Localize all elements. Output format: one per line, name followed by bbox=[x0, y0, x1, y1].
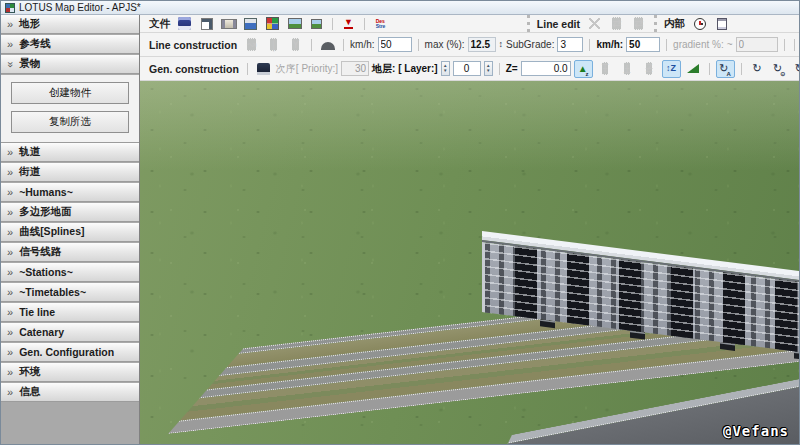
sidebar-item-scenery[interactable]: » 景物 bbox=[1, 55, 139, 74]
rotate-auto-button[interactable]: ↻A bbox=[716, 60, 735, 78]
terrain-z-button[interactable]: ▲z bbox=[574, 60, 593, 78]
line-edit-group: Line edit ⇄ ⇄ bbox=[527, 15, 654, 32]
sidebar-item-terrain[interactable]: » 地形 bbox=[1, 15, 139, 34]
gradient-input[interactable] bbox=[736, 37, 778, 52]
description-button[interactable]: Des Stre bbox=[371, 15, 390, 33]
subgrade-input[interactable] bbox=[557, 37, 583, 52]
sidebar: » 地形 » 参考线 » 景物 创建物件 复制所选 » 轨道 » 街道 bbox=[1, 15, 140, 445]
split-line-button[interactable]: ⇄ bbox=[607, 15, 626, 33]
embankment-button[interactable] bbox=[318, 36, 337, 54]
sidebar-item-humans[interactable]: » ~Humans~ bbox=[1, 183, 139, 202]
sidebar-item-tie-line[interactable]: » Tie line bbox=[1, 303, 139, 322]
timer-button[interactable] bbox=[690, 15, 709, 33]
sidebar-item-polygon-ground[interactable]: » 多边形地面 bbox=[1, 203, 139, 222]
z-lock-button[interactable]: Z bbox=[640, 60, 659, 78]
layer-label: 地层: [ Layer:] bbox=[372, 62, 438, 76]
archive-button[interactable] bbox=[241, 15, 260, 33]
clock-icon bbox=[694, 18, 706, 30]
flatten-down-button[interactable]: Ŧ bbox=[618, 60, 637, 78]
sidebar-item-stations[interactable]: » ~Stations~ bbox=[1, 263, 139, 282]
gen-construction-group: Gen. construction 次序[ Priority:] 地层: [ L… bbox=[142, 57, 800, 80]
scenery-panel: 创建物件 复制所选 bbox=[1, 75, 139, 143]
layer-spinner-left[interactable]: ▲▼ bbox=[441, 61, 450, 76]
archive-icon bbox=[244, 18, 257, 30]
sidebar-item-splines[interactable]: » 曲线[Splines] bbox=[1, 223, 139, 242]
rotate-free-button[interactable]: ↻ bbox=[748, 60, 767, 78]
sidebar-item-environment[interactable]: » 环境 bbox=[1, 363, 139, 382]
speed-label: km/h: bbox=[350, 39, 374, 50]
watermark: @Vefans bbox=[723, 423, 789, 439]
cassette-button[interactable] bbox=[219, 15, 238, 33]
create-object-button[interactable]: 创建物件 bbox=[11, 82, 129, 104]
sidebar-item-label: 曲线[Splines] bbox=[19, 225, 84, 239]
scissors-icon bbox=[589, 18, 600, 29]
line-construction-group: Line construction ↝ ⌠ Y km/h: max (%): ↕… bbox=[142, 33, 800, 56]
max-percent-label: max (%): bbox=[425, 39, 465, 50]
priority-input[interactable] bbox=[341, 61, 369, 76]
description-text-icon: Des Stre bbox=[376, 19, 386, 29]
separator bbox=[499, 63, 500, 75]
image-small-button[interactable] bbox=[307, 15, 326, 33]
z-input[interactable] bbox=[521, 61, 571, 76]
sidebar-item-label: 街道 bbox=[19, 165, 40, 179]
sidebar-item-label: ~Stations~ bbox=[19, 266, 73, 278]
stamp-button[interactable] bbox=[254, 60, 273, 78]
z-updown-button[interactable]: ↕Z bbox=[662, 60, 681, 78]
sidebar-item-label: 多边形地面 bbox=[19, 205, 72, 219]
layer-input[interactable] bbox=[453, 61, 481, 76]
sidebar-item-reference-line[interactable]: » 参考线 bbox=[1, 35, 139, 54]
materials-button[interactable] bbox=[263, 15, 282, 33]
save-button[interactable] bbox=[175, 15, 194, 33]
chevron-right-icon: » bbox=[7, 227, 13, 238]
sidebar-item-catenary[interactable]: » Catenary bbox=[1, 323, 139, 342]
speed2-input[interactable] bbox=[626, 37, 660, 52]
sidebar-item-label: 地形 bbox=[19, 17, 40, 31]
separator bbox=[666, 39, 667, 51]
z-label: Z= bbox=[506, 63, 518, 74]
file-group: 文件 ▼ Des Stre bbox=[142, 15, 396, 32]
rotate-origin-button[interactable]: ↻⊙ bbox=[770, 60, 789, 78]
stamp-icon bbox=[257, 63, 270, 75]
sidebar-empty-area bbox=[1, 403, 139, 445]
separator bbox=[364, 18, 365, 30]
sidebar-item-label: 环境 bbox=[19, 365, 40, 379]
file-group-label: 文件 bbox=[149, 17, 170, 31]
copy-selected-button[interactable]: 复制所选 bbox=[11, 111, 129, 133]
map-3d-viewport[interactable]: @Vefans bbox=[140, 81, 799, 445]
chevron-right-icon: » bbox=[7, 267, 13, 278]
sidebar-item-label: Tie line bbox=[19, 306, 55, 318]
subgrade-label: SubGrade: bbox=[506, 39, 554, 50]
layer-spinner-right[interactable]: ▲▼ bbox=[484, 61, 493, 76]
z-strike-icon: Z bbox=[646, 62, 653, 75]
speed-input[interactable] bbox=[378, 37, 412, 52]
separator bbox=[418, 39, 419, 51]
rotate-angle-button[interactable]: ↻∠ bbox=[792, 60, 800, 78]
max-percent-input[interactable] bbox=[468, 37, 496, 52]
tile-button[interactable] bbox=[197, 15, 216, 33]
spline-fork-button[interactable]: Y bbox=[286, 36, 305, 54]
separator bbox=[311, 39, 312, 51]
spline-fork-icon: Y bbox=[292, 38, 299, 51]
chevron-right-icon: » bbox=[7, 307, 13, 318]
import-button[interactable]: ▼ bbox=[339, 15, 358, 33]
rotate-angle-icon: ↻ bbox=[795, 63, 800, 74]
sidebar-item-gen-configuration[interactable]: » Gen. Configuration bbox=[1, 343, 139, 362]
image-button[interactable] bbox=[285, 15, 304, 33]
sidebar-item-street[interactable]: » 街道 bbox=[1, 163, 139, 182]
sidebar-item-info[interactable]: » 信息 bbox=[1, 383, 139, 402]
cut-line-button[interactable] bbox=[585, 15, 604, 33]
slope-button[interactable] bbox=[684, 60, 703, 78]
sidebar-item-timetables[interactable]: » ~Timetables~ bbox=[1, 283, 139, 302]
flatten-up-button[interactable]: Ŧ bbox=[596, 60, 615, 78]
sidebar-item-label: 参考线 bbox=[19, 37, 51, 51]
toolbar-gen-construction: Gen. construction 次序[ Priority:] 地层: [ L… bbox=[140, 57, 799, 81]
sidebar-item-track[interactable]: » 轨道 bbox=[1, 143, 139, 162]
save-icon bbox=[178, 17, 191, 30]
sidebar-item-label: ~Humans~ bbox=[19, 186, 73, 198]
spline-tangent-button[interactable]: ⌠ bbox=[264, 36, 283, 54]
log-button[interactable] bbox=[712, 15, 731, 33]
join-line-button[interactable]: ⇄ bbox=[629, 15, 648, 33]
spline-curve-button[interactable]: ↝ bbox=[242, 36, 261, 54]
sidebar-item-signal-lines[interactable]: » 信号线路 bbox=[1, 243, 139, 262]
internal-group-label: 内部 bbox=[664, 17, 685, 31]
